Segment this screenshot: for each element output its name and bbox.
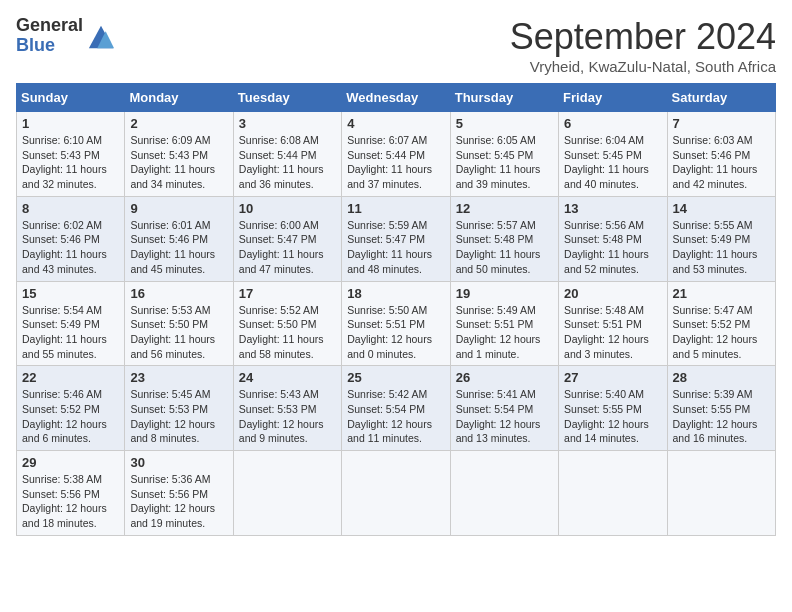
- logo-text: General Blue: [16, 16, 83, 56]
- day-info: Sunrise: 6:01 AM Sunset: 5:46 PM Dayligh…: [130, 218, 227, 277]
- day-info: Sunrise: 5:47 AM Sunset: 5:52 PM Dayligh…: [673, 303, 770, 362]
- day-number: 16: [130, 286, 227, 301]
- day-info: Sunrise: 5:36 AM Sunset: 5:56 PM Dayligh…: [130, 472, 227, 531]
- calendar-week-3: 15Sunrise: 5:54 AM Sunset: 5:49 PM Dayli…: [17, 281, 776, 366]
- logo-icon: [87, 22, 115, 50]
- day-number: 25: [347, 370, 444, 385]
- table-row: [450, 451, 558, 536]
- table-row: 14Sunrise: 5:55 AM Sunset: 5:49 PM Dayli…: [667, 196, 775, 281]
- table-row: 16Sunrise: 5:53 AM Sunset: 5:50 PM Dayli…: [125, 281, 233, 366]
- calendar-header-row: Sunday Monday Tuesday Wednesday Thursday…: [17, 84, 776, 112]
- day-info: Sunrise: 6:00 AM Sunset: 5:47 PM Dayligh…: [239, 218, 336, 277]
- table-row: 3Sunrise: 6:08 AM Sunset: 5:44 PM Daylig…: [233, 112, 341, 197]
- page-header: General Blue September 2024 Vryheid, Kwa…: [16, 16, 776, 75]
- table-row: 23Sunrise: 5:45 AM Sunset: 5:53 PM Dayli…: [125, 366, 233, 451]
- table-row: 15Sunrise: 5:54 AM Sunset: 5:49 PM Dayli…: [17, 281, 125, 366]
- day-number: 15: [22, 286, 119, 301]
- title-area: September 2024 Vryheid, KwaZulu-Natal, S…: [510, 16, 776, 75]
- day-info: Sunrise: 6:02 AM Sunset: 5:46 PM Dayligh…: [22, 218, 119, 277]
- day-number: 12: [456, 201, 553, 216]
- day-number: 6: [564, 116, 661, 131]
- table-row: 24Sunrise: 5:43 AM Sunset: 5:53 PM Dayli…: [233, 366, 341, 451]
- day-info: Sunrise: 5:57 AM Sunset: 5:48 PM Dayligh…: [456, 218, 553, 277]
- calendar-week-2: 8Sunrise: 6:02 AM Sunset: 5:46 PM Daylig…: [17, 196, 776, 281]
- col-wednesday: Wednesday: [342, 84, 450, 112]
- table-row: [667, 451, 775, 536]
- table-row: 4Sunrise: 6:07 AM Sunset: 5:44 PM Daylig…: [342, 112, 450, 197]
- day-number: 7: [673, 116, 770, 131]
- day-number: 22: [22, 370, 119, 385]
- table-row: 1Sunrise: 6:10 AM Sunset: 5:43 PM Daylig…: [17, 112, 125, 197]
- day-number: 13: [564, 201, 661, 216]
- day-info: Sunrise: 6:04 AM Sunset: 5:45 PM Dayligh…: [564, 133, 661, 192]
- table-row: 26Sunrise: 5:41 AM Sunset: 5:54 PM Dayli…: [450, 366, 558, 451]
- day-info: Sunrise: 6:07 AM Sunset: 5:44 PM Dayligh…: [347, 133, 444, 192]
- table-row: 30Sunrise: 5:36 AM Sunset: 5:56 PM Dayli…: [125, 451, 233, 536]
- day-info: Sunrise: 6:08 AM Sunset: 5:44 PM Dayligh…: [239, 133, 336, 192]
- calendar-week-4: 22Sunrise: 5:46 AM Sunset: 5:52 PM Dayli…: [17, 366, 776, 451]
- table-row: 11Sunrise: 5:59 AM Sunset: 5:47 PM Dayli…: [342, 196, 450, 281]
- table-row: [559, 451, 667, 536]
- day-number: 18: [347, 286, 444, 301]
- table-row: 6Sunrise: 6:04 AM Sunset: 5:45 PM Daylig…: [559, 112, 667, 197]
- day-info: Sunrise: 5:56 AM Sunset: 5:48 PM Dayligh…: [564, 218, 661, 277]
- calendar-table: Sunday Monday Tuesday Wednesday Thursday…: [16, 83, 776, 536]
- table-row: 13Sunrise: 5:56 AM Sunset: 5:48 PM Dayli…: [559, 196, 667, 281]
- table-row: 21Sunrise: 5:47 AM Sunset: 5:52 PM Dayli…: [667, 281, 775, 366]
- day-number: 1: [22, 116, 119, 131]
- table-row: 25Sunrise: 5:42 AM Sunset: 5:54 PM Dayli…: [342, 366, 450, 451]
- table-row: 17Sunrise: 5:52 AM Sunset: 5:50 PM Dayli…: [233, 281, 341, 366]
- day-number: 17: [239, 286, 336, 301]
- day-info: Sunrise: 5:46 AM Sunset: 5:52 PM Dayligh…: [22, 387, 119, 446]
- day-info: Sunrise: 5:53 AM Sunset: 5:50 PM Dayligh…: [130, 303, 227, 362]
- day-info: Sunrise: 5:52 AM Sunset: 5:50 PM Dayligh…: [239, 303, 336, 362]
- day-number: 5: [456, 116, 553, 131]
- col-thursday: Thursday: [450, 84, 558, 112]
- day-info: Sunrise: 5:59 AM Sunset: 5:47 PM Dayligh…: [347, 218, 444, 277]
- day-info: Sunrise: 5:50 AM Sunset: 5:51 PM Dayligh…: [347, 303, 444, 362]
- col-monday: Monday: [125, 84, 233, 112]
- day-number: 4: [347, 116, 444, 131]
- table-row: 9Sunrise: 6:01 AM Sunset: 5:46 PM Daylig…: [125, 196, 233, 281]
- day-number: 28: [673, 370, 770, 385]
- table-row: 2Sunrise: 6:09 AM Sunset: 5:43 PM Daylig…: [125, 112, 233, 197]
- day-info: Sunrise: 5:48 AM Sunset: 5:51 PM Dayligh…: [564, 303, 661, 362]
- table-row: 8Sunrise: 6:02 AM Sunset: 5:46 PM Daylig…: [17, 196, 125, 281]
- table-row: 5Sunrise: 6:05 AM Sunset: 5:45 PM Daylig…: [450, 112, 558, 197]
- day-number: 10: [239, 201, 336, 216]
- day-number: 2: [130, 116, 227, 131]
- table-row: [342, 451, 450, 536]
- day-info: Sunrise: 6:03 AM Sunset: 5:46 PM Dayligh…: [673, 133, 770, 192]
- table-row: [233, 451, 341, 536]
- col-saturday: Saturday: [667, 84, 775, 112]
- day-number: 24: [239, 370, 336, 385]
- table-row: 20Sunrise: 5:48 AM Sunset: 5:51 PM Dayli…: [559, 281, 667, 366]
- day-info: Sunrise: 5:55 AM Sunset: 5:49 PM Dayligh…: [673, 218, 770, 277]
- table-row: 27Sunrise: 5:40 AM Sunset: 5:55 PM Dayli…: [559, 366, 667, 451]
- day-info: Sunrise: 6:09 AM Sunset: 5:43 PM Dayligh…: [130, 133, 227, 192]
- table-row: 7Sunrise: 6:03 AM Sunset: 5:46 PM Daylig…: [667, 112, 775, 197]
- day-number: 19: [456, 286, 553, 301]
- day-number: 11: [347, 201, 444, 216]
- day-info: Sunrise: 6:05 AM Sunset: 5:45 PM Dayligh…: [456, 133, 553, 192]
- day-info: Sunrise: 5:38 AM Sunset: 5:56 PM Dayligh…: [22, 472, 119, 531]
- day-info: Sunrise: 5:45 AM Sunset: 5:53 PM Dayligh…: [130, 387, 227, 446]
- day-info: Sunrise: 5:40 AM Sunset: 5:55 PM Dayligh…: [564, 387, 661, 446]
- day-info: Sunrise: 6:10 AM Sunset: 5:43 PM Dayligh…: [22, 133, 119, 192]
- day-number: 30: [130, 455, 227, 470]
- day-number: 26: [456, 370, 553, 385]
- table-row: 28Sunrise: 5:39 AM Sunset: 5:55 PM Dayli…: [667, 366, 775, 451]
- table-row: 29Sunrise: 5:38 AM Sunset: 5:56 PM Dayli…: [17, 451, 125, 536]
- table-row: 19Sunrise: 5:49 AM Sunset: 5:51 PM Dayli…: [450, 281, 558, 366]
- table-row: 22Sunrise: 5:46 AM Sunset: 5:52 PM Dayli…: [17, 366, 125, 451]
- day-info: Sunrise: 5:49 AM Sunset: 5:51 PM Dayligh…: [456, 303, 553, 362]
- day-info: Sunrise: 5:43 AM Sunset: 5:53 PM Dayligh…: [239, 387, 336, 446]
- location-title: Vryheid, KwaZulu-Natal, South Africa: [510, 58, 776, 75]
- day-number: 27: [564, 370, 661, 385]
- day-number: 8: [22, 201, 119, 216]
- table-row: 18Sunrise: 5:50 AM Sunset: 5:51 PM Dayli…: [342, 281, 450, 366]
- day-info: Sunrise: 5:42 AM Sunset: 5:54 PM Dayligh…: [347, 387, 444, 446]
- table-row: 10Sunrise: 6:00 AM Sunset: 5:47 PM Dayli…: [233, 196, 341, 281]
- month-title: September 2024: [510, 16, 776, 58]
- day-info: Sunrise: 5:54 AM Sunset: 5:49 PM Dayligh…: [22, 303, 119, 362]
